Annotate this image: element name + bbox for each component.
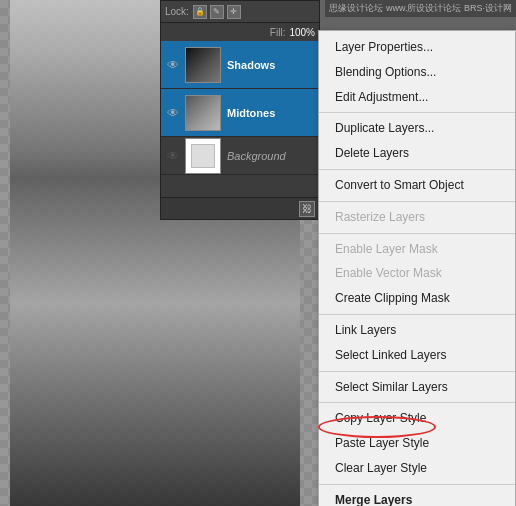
menu-blending-options[interactable]: Blending Options... (319, 60, 515, 85)
lock-all-icon[interactable]: 🔒 (193, 5, 207, 19)
lock-move-icon[interactable]: ✛ (227, 5, 241, 19)
lock-label: Lock: (165, 6, 189, 17)
menu-edit-adjustment[interactable]: Edit Adjustment... (319, 85, 515, 110)
menu-create-clipping-mask[interactable]: Create Clipping Mask (319, 286, 515, 311)
context-menu: Layer Properties... Blending Options... … (318, 30, 516, 506)
divider-5 (319, 314, 515, 315)
fill-label: Fill: (270, 27, 286, 38)
visibility-eye-midtones[interactable]: 👁 (165, 105, 181, 121)
divider-4 (319, 233, 515, 234)
visibility-eye-background[interactable]: 👁 (165, 148, 181, 164)
menu-convert-smart-object[interactable]: Convert to Smart Object (319, 173, 515, 198)
divider-7 (319, 402, 515, 403)
layer-row-midtones[interactable]: 👁 Midtones (161, 89, 319, 137)
menu-merge-layers[interactable]: Merge Layers (319, 488, 515, 506)
lock-icons: 🔒 ✎ ✛ (193, 5, 241, 19)
menu-enable-layer-mask: Enable Layer Mask (319, 237, 515, 262)
watermark-text: 思缘设计论坛 www.所设设计论坛 BRS·设计网 (325, 0, 516, 17)
menu-layer-properties[interactable]: Layer Properties... (319, 35, 515, 60)
layers-panel-header: Lock: 🔒 ✎ ✛ (161, 1, 319, 23)
visibility-eye-shadows[interactable]: 👁 (165, 57, 181, 73)
menu-enable-vector-mask: Enable Vector Mask (319, 261, 515, 286)
layer-thumbnail-shadows (185, 47, 221, 83)
menu-clear-layer-style[interactable]: Clear Layer Style (319, 456, 515, 481)
divider-8 (319, 484, 515, 485)
lock-image-icon[interactable]: ✎ (210, 5, 224, 19)
menu-select-linked-layers[interactable]: Select Linked Layers (319, 343, 515, 368)
layers-bottom-bar: ⛓ (161, 197, 319, 219)
layer-name-shadows: Shadows (227, 59, 275, 71)
layer-row-background[interactable]: 👁 Background (161, 137, 319, 175)
fill-area: Fill: 100% (161, 23, 319, 41)
divider-2 (319, 169, 515, 170)
layer-thumbnail-background (185, 138, 221, 174)
menu-duplicate-layers[interactable]: Duplicate Layers... (319, 116, 515, 141)
layers-panel: Lock: 🔒 ✎ ✛ Fill: 100% 👁 Shadows 👁 Midto… (160, 0, 320, 220)
divider-6 (319, 371, 515, 372)
menu-delete-layers[interactable]: Delete Layers (319, 141, 515, 166)
link-layers-icon[interactable]: ⛓ (299, 201, 315, 217)
menu-copy-layer-style[interactable]: Copy Layer Style (319, 406, 515, 431)
menu-rasterize-layers: Rasterize Layers (319, 205, 515, 230)
divider-1 (319, 112, 515, 113)
menu-paste-layer-style[interactable]: Paste Layer Style (319, 431, 515, 456)
menu-select-similar-layers[interactable]: Select Similar Layers (319, 375, 515, 400)
layer-name-midtones: Midtones (227, 107, 275, 119)
menu-link-layers[interactable]: Link Layers (319, 318, 515, 343)
fill-value[interactable]: 100% (289, 27, 315, 38)
divider-3 (319, 201, 515, 202)
layer-row-shadows[interactable]: 👁 Shadows (161, 41, 319, 89)
layer-name-background: Background (227, 150, 286, 162)
layer-thumbnail-midtones (185, 95, 221, 131)
